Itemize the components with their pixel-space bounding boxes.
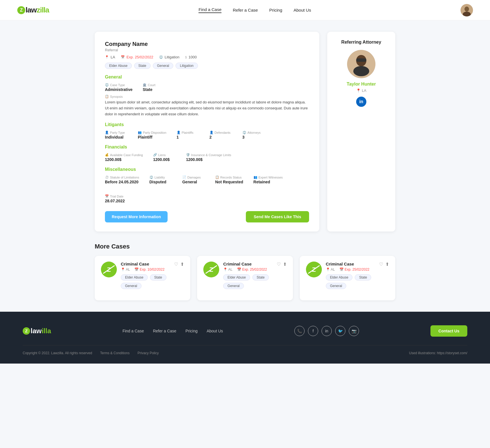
attorneys-label: ⚖️ Attorneys <box>242 131 265 134</box>
social-facebook[interactable]: f <box>308 326 318 336</box>
nav-refer-case[interactable]: Refer a Case <box>233 8 258 12</box>
social-linkedin[interactable]: in <box>322 326 332 336</box>
nav-about[interactable]: About Us <box>293 8 311 12</box>
footer-nav: Find a Case Refer a Case Pricing About U… <box>122 329 223 333</box>
case-type-value: Administrative <box>105 87 132 92</box>
liens-label: 🔗 Liens <box>153 153 176 157</box>
case-type: ⚖️ Litigation <box>159 55 179 59</box>
money-icon: $ <box>185 56 187 59</box>
funding-icon: 💰 <box>105 153 109 157</box>
footer-nav-refer[interactable]: Refer a Case <box>153 329 176 333</box>
witnesses-field: 👥 Expert Witnesses Retained <box>254 175 283 184</box>
linkedin-button[interactable]: in <box>356 97 366 107</box>
statute-icon: ⏱️ <box>105 175 109 179</box>
liability-value: Disputed <box>149 180 172 184</box>
litigants-fields: 👤 Party Type Individual 👥 Party Disposit… <box>105 131 309 139</box>
trial-icon: 📅 <box>105 194 109 198</box>
card3-like-button[interactable]: ♡ <box>379 262 383 267</box>
tag-litigation: Litigation <box>176 63 198 69</box>
plaintiffs-label: 👤 Plaintiffs <box>177 131 199 134</box>
case-logo-2: Z <box>203 262 219 277</box>
send-cases-button[interactable]: Send Me Cases Like This <box>246 211 309 222</box>
witnesses-label: 👥 Expert Witnesses <box>254 175 283 179</box>
party-icon: 👤 <box>105 131 109 134</box>
main-content: Company Name Referral 📍 LA 📅 Exp. 25/02/… <box>89 32 401 232</box>
card1-share-button[interactable]: ⬆ <box>180 262 184 267</box>
trial-date-field: 📅 Trial Date 28.07.2022 <box>105 194 128 203</box>
card2-tag-0: Elder Abuse <box>223 274 250 281</box>
illustration-credit: Used illustrations: https://storyset.com… <box>409 351 467 355</box>
attorneys-icon: ⚖️ <box>242 131 246 134</box>
footer-nav-pricing[interactable]: Pricing <box>185 329 198 333</box>
party-type-value: Individual <box>105 135 128 139</box>
party-disposition-value: Plaintiff <box>138 135 166 139</box>
synopsis-text: Lorem ipsum dolor sit amet, consectetur … <box>105 99 309 117</box>
case-card-1: Z Criminal Case 📍 AL 📅 Exp. 10/02/2022 E… <box>95 256 190 300</box>
attorneys-value: 3 <box>242 135 265 139</box>
main-nav: Find a Case Refer a Case Pricing About U… <box>198 7 311 13</box>
case-logo-3: Z <box>306 262 322 277</box>
card3-share-button[interactable]: ⬆ <box>385 262 389 267</box>
footer-nav-about[interactable]: About Us <box>207 329 223 333</box>
case-logo-1: Z <box>101 262 117 277</box>
footer-nav-find[interactable]: Find a Case <box>122 329 144 333</box>
user-avatar[interactable] <box>461 4 473 16</box>
terms-link[interactable]: Terms & Conditions <box>100 351 130 355</box>
card1-like-button[interactable]: ♡ <box>174 262 178 267</box>
case-card-1-actions: ♡ ⬆ <box>174 262 184 267</box>
referring-title: Referring Attorney <box>334 40 388 45</box>
case-card-3-actions: ♡ ⬆ <box>379 262 389 267</box>
records-value: Not Requested <box>215 180 243 184</box>
funding-label: 💰 Available Case Funding <box>105 153 143 157</box>
plaintiffs-value: 1 <box>177 135 199 139</box>
footer: Z lawilla Find a Case Refer a Case Prici… <box>0 312 490 364</box>
court-field: 🏛️ Court State <box>143 83 165 92</box>
svg-rect-6 <box>356 58 366 62</box>
statute-field: ⏱️ Statute of Limitations Before 24.05.2… <box>105 175 139 184</box>
court-icon: 🏛️ <box>143 83 147 87</box>
card2-share-button[interactable]: ⬆ <box>283 262 287 267</box>
privacy-link[interactable]: Privacy Policy <box>138 351 159 355</box>
card1-exp: 📅 Exp. 10/02/2022 <box>134 267 164 271</box>
card3-exp: 📅 Exp. 25/02/2022 <box>339 267 369 271</box>
footer-social: 📞 f in 🐦 📷 <box>294 326 359 336</box>
card1-tags: Elder Abuse State General <box>121 274 184 289</box>
nav-find-case[interactable]: Find a Case <box>198 7 221 13</box>
nav-pricing[interactable]: Pricing <box>269 8 282 12</box>
header: Z lawzilla Find a Case Refer a Case Pric… <box>0 0 490 20</box>
case-type-icon: ⚖️ <box>105 83 109 87</box>
general-section-title: General <box>105 75 309 80</box>
party-disposition-field: 👥 Party Disposition Plaintiff <box>138 131 166 139</box>
logo[interactable]: Z lawzilla <box>17 6 49 14</box>
defendants-field: 👤 Defendants 2 <box>210 131 232 139</box>
social-twitter[interactable]: 🐦 <box>335 326 345 336</box>
damages-value: General <box>182 180 205 184</box>
case-card-1-meta: 📍 AL 📅 Exp. 10/02/2022 <box>121 267 184 271</box>
copyright: Copyright © 2022. Lawzilla. All rights r… <box>23 351 92 355</box>
case-exp-date: 📅 Exp. 25/02/2022 <box>121 55 153 59</box>
request-info-button[interactable]: Request More Information <box>105 211 168 222</box>
defendants-label: 👤 Defendants <box>210 131 232 134</box>
contact-us-button[interactable]: Contact Us <box>430 325 467 337</box>
footer-bottom: Copyright © 2022. Lawzilla. All rights r… <box>23 345 467 355</box>
insurance-value: 1200.00$ <box>186 157 231 162</box>
company-name: Company Name <box>105 41 309 47</box>
case-type-label: ⚖️ Case Type <box>105 83 132 87</box>
svg-point-5 <box>353 66 369 76</box>
pin-icon: 📍 <box>105 55 109 59</box>
footer-logo-icon: Z <box>23 327 30 335</box>
social-instagram[interactable]: 📷 <box>349 326 359 336</box>
party-disposition-label: 👥 Party Disposition <box>138 131 166 134</box>
plaintiffs-field: 👤 Plaintiffs 1 <box>177 131 199 139</box>
defendants-icon: 👤 <box>210 131 214 134</box>
card2-like-button[interactable]: ♡ <box>277 262 281 267</box>
statute-label: ⏱️ Statute of Limitations <box>105 175 139 179</box>
footer-logo[interactable]: Z lawilla <box>23 327 51 335</box>
trial-date-value: 28.07.2022 <box>105 199 128 203</box>
action-buttons: Request More Information Send Me Cases L… <box>105 211 309 222</box>
social-phone[interactable]: 📞 <box>294 326 305 336</box>
card2-location: 📍 AL <box>223 267 232 271</box>
card1-tag-2: General <box>121 283 141 289</box>
footer-top: Z lawilla Find a Case Refer a Case Prici… <box>23 325 467 337</box>
funding-field: 💰 Available Case Funding 1200.00$ <box>105 153 143 162</box>
